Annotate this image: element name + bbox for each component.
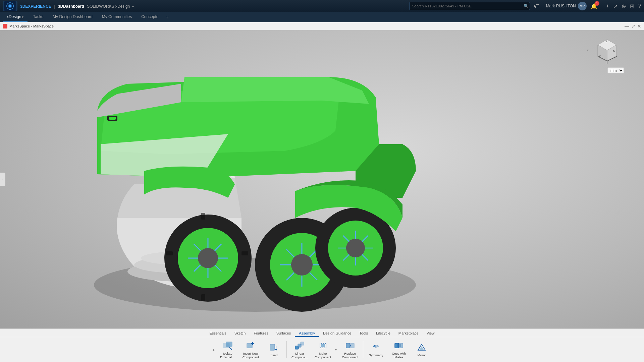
insert-button[interactable]: Insert — [263, 341, 284, 358]
replace-component-button[interactable]: ReplaceComponent — [339, 339, 361, 361]
workspace-title: MarksSpace - MarksSpace — [3, 24, 54, 28]
svg-rect-58 — [346, 343, 350, 348]
svg-rect-50 — [270, 344, 275, 350]
mirror-button[interactable]: Mirror — [411, 341, 432, 358]
search-bar: 🔍 — [409, 2, 530, 10]
insert-label: Insert — [270, 353, 278, 357]
insert-svg — [269, 342, 279, 352]
mirror-svg — [417, 342, 427, 352]
notification-badge: 1 — [595, 1, 599, 6]
view-cube-svg: Z X Y — [594, 37, 621, 64]
tab-design-guidance[interactable]: Design Guidance — [319, 330, 355, 337]
title-separator: | — [54, 4, 55, 9]
workspace-icon — [3, 24, 7, 28]
svg-rect-59 — [351, 343, 354, 348]
close-button[interactable]: ✕ — [637, 23, 641, 29]
left-panel-toggle[interactable]: › — [0, 173, 5, 186]
make-component-dropdown[interactable]: ▾ — [334, 339, 338, 361]
copy-with-mates-button[interactable]: Copy withMates — [388, 339, 410, 361]
make-component-button[interactable]: MakeComponent — [312, 339, 334, 361]
add-tab-button[interactable]: + — [164, 13, 171, 21]
plus-icon[interactable]: + — [606, 3, 609, 9]
3d-model-svg — [0, 30, 644, 328]
workspace-header: MarksSpace - MarksSpace — ⤢ ✕ — [0, 22, 644, 30]
tab-concepts[interactable]: Concepts — [137, 12, 162, 22]
mirror-icon — [416, 342, 427, 353]
svg-text:Z: Z — [606, 40, 607, 43]
svg-rect-6 — [241, 251, 248, 255]
tab-features[interactable]: Features — [250, 330, 272, 337]
replace-svg — [345, 341, 355, 351]
insert-new-svg — [246, 341, 256, 351]
toolbar-collapse-left[interactable]: ▲ — [212, 341, 216, 358]
tab-sketch[interactable]: Sketch — [230, 330, 250, 337]
linear-component-button[interactable]: LinearCompone... — [289, 339, 311, 361]
insert-icon — [268, 342, 279, 353]
symmetry-button[interactable]: Symmetry — [365, 341, 387, 358]
replace-component-label: ReplaceComponent — [342, 352, 358, 359]
view-left-arrow[interactable]: ‹ — [587, 47, 589, 53]
linear-label: LinearCompone... — [291, 352, 308, 359]
svg-rect-5 — [166, 251, 173, 255]
tab-assembly[interactable]: Assembly — [295, 330, 319, 337]
grid-icon[interactable]: ⊞ — [630, 3, 634, 9]
tab-my-design-dashboard[interactable]: My Design Dashboard — [49, 12, 97, 22]
avatar: MR — [578, 2, 587, 10]
unit-selector[interactable]: mm — [607, 67, 624, 73]
svg-marker-52 — [275, 349, 277, 351]
tab-xdesign[interactable]: xDesign ▾ — [3, 12, 28, 22]
svg-text:X: X — [613, 49, 615, 52]
svg-rect-44 — [226, 342, 232, 347]
toolbar-tabs: Essentials Sketch Features Surfaces Asse… — [0, 329, 644, 337]
separator-1 — [286, 341, 287, 358]
xdesign-chevron: ▾ — [22, 15, 23, 19]
user-info: Mark RUSHTON MR — [546, 2, 587, 10]
brand-label: 3DEXPERIENCE — [20, 4, 51, 9]
search-icon[interactable]: 🔍 — [524, 4, 529, 8]
svg-rect-7 — [201, 213, 205, 220]
make-component-label: MakeComponent — [315, 352, 331, 359]
make-component-group: MakeComponent ▾ — [312, 339, 338, 361]
minimize-button[interactable]: — — [625, 23, 629, 29]
unit-select[interactable]: mm — [607, 67, 624, 73]
tab-marketplace[interactable]: Marketplace — [394, 330, 423, 337]
expand-button[interactable]: ⤢ — [631, 23, 635, 29]
workspace-name: MarksSpace - MarksSpace — [9, 24, 54, 28]
tab-surfaces[interactable]: Surfaces — [272, 330, 295, 337]
symmetry-label: Symmetry — [369, 353, 383, 357]
search-input[interactable] — [409, 2, 530, 10]
copy-mates-svg — [394, 341, 404, 351]
help-icon[interactable]: ? — [638, 3, 641, 9]
symmetry-icon — [371, 342, 381, 353]
tab-essentials[interactable]: Essentials — [206, 330, 230, 337]
user-name: Mark RUSHTON — [546, 4, 576, 8]
sensor-light — [109, 117, 116, 120]
symmetry-svg — [371, 342, 381, 352]
insert-new-component-button[interactable]: Insert NewComponent — [240, 339, 262, 361]
toolbar-buttons: ▲ IsolateExternal ... — [209, 337, 435, 362]
app-logo: 8.8 — [3, 1, 17, 11]
dropdown-chevron[interactable]: ▾ — [132, 5, 134, 8]
share-icon[interactable]: ↗ — [613, 3, 618, 9]
tab-my-communities[interactable]: My Communities — [98, 12, 136, 22]
linear-svg — [294, 341, 305, 351]
tab-tasks[interactable]: Tasks — [29, 12, 47, 22]
hub-rear-left — [291, 254, 313, 276]
tab-tools[interactable]: Tools — [355, 330, 372, 337]
tab-view[interactable]: View — [423, 330, 439, 337]
copy-with-mates-label: Copy withMates — [392, 352, 406, 359]
isolate-button[interactable]: IsolateExternal ... — [217, 339, 238, 361]
tag-icon[interactable]: 🏷 — [534, 3, 539, 9]
svg-point-3 — [9, 5, 11, 7]
insert-new-label: Insert NewComponent — [243, 352, 259, 359]
tab-lifecycle[interactable]: Lifecycle — [372, 330, 394, 337]
secondary-nav: xDesign ▾ Tasks My Design Dashboard My C… — [0, 12, 644, 22]
svg-rect-8 — [201, 294, 205, 301]
svg-point-46 — [231, 349, 232, 350]
viewport: Z X Y ‹ mm › — [0, 30, 644, 328]
connect-icon[interactable]: ⊕ — [622, 3, 626, 9]
replace-component-icon — [345, 340, 356, 351]
view-cube[interactable]: Z X Y ‹ — [594, 37, 624, 70]
isolate-label: IsolateExternal ... — [220, 352, 235, 359]
svg-rect-57 — [321, 344, 325, 347]
